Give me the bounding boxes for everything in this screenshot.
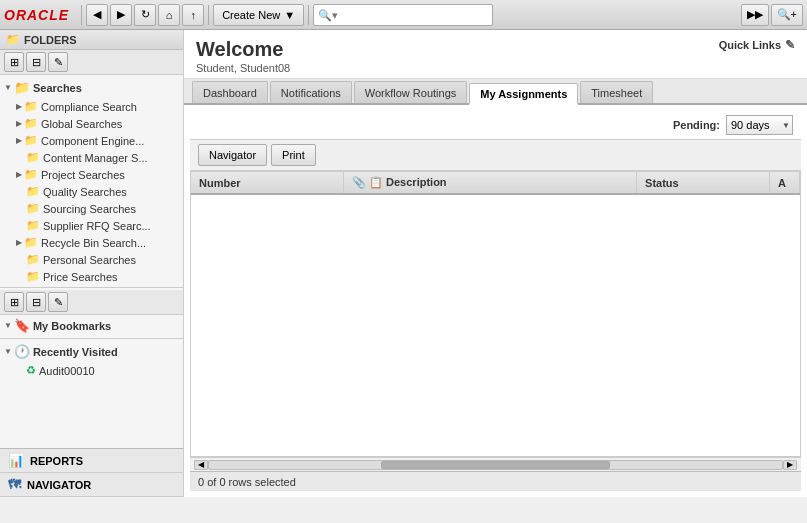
col-a[interactable]: A	[770, 172, 800, 194]
sourcing-folder-icon: 📁	[26, 202, 40, 215]
h-scroll-left[interactable]: ◀	[194, 460, 208, 470]
h-scroll-track[interactable]	[208, 460, 783, 470]
sidebar-toolbar: ⊞ ⊟ ✎	[0, 50, 183, 75]
searches-label: Searches	[33, 82, 82, 94]
global-arrow: ▶	[16, 119, 22, 128]
global-folder-icon: 📁	[24, 117, 38, 130]
searches-arrow: ▼	[4, 83, 12, 92]
compliance-folder-icon: 📁	[24, 100, 38, 113]
print-button[interactable]: Print	[271, 144, 316, 166]
component-folder-icon: 📁	[24, 134, 38, 147]
tree-item-price[interactable]: 📁 Price Searches	[0, 268, 183, 285]
recently-icon: 🕐	[14, 344, 30, 359]
assignments-table: Number 📎 📋 Description Status A	[191, 172, 800, 195]
tab-timesheet-label: Timesheet	[591, 87, 642, 99]
recently-visited-root[interactable]: ▼ 🕐 Recently Visited	[0, 341, 183, 362]
data-table-container[interactable]: Number 📎 📋 Description Status A	[190, 171, 801, 457]
content-area: Welcome Student, Student08 Quick Links ✎…	[184, 30, 807, 497]
tree-item-content[interactable]: 📁 Content Manager S...	[0, 149, 183, 166]
search-plus-button[interactable]: 🔍+	[771, 4, 803, 26]
reports-icon: 📊	[8, 453, 24, 468]
price-folder-icon: 📁	[26, 270, 40, 283]
searches-folder-icon: 📁	[14, 80, 30, 95]
action-buttons: Navigator Print	[190, 139, 801, 171]
tree-item-compliance[interactable]: ▶ 📁 Compliance Search	[0, 98, 183, 115]
tab-workflow[interactable]: Workflow Routings	[354, 81, 468, 103]
up-button[interactable]: ↑	[182, 4, 204, 26]
tab-notifications[interactable]: Notifications	[270, 81, 352, 103]
tab-assignments[interactable]: My Assignments	[469, 83, 578, 105]
col-description[interactable]: 📎 📋 Description	[343, 172, 636, 194]
bookmarks-arrow: ▼	[4, 321, 12, 330]
audit-label: Audit00010	[39, 365, 95, 377]
toolbar-separator-1	[81, 5, 82, 25]
tree-item-global[interactable]: ▶ 📁 Global Searches	[0, 115, 183, 132]
recycle-label: Recycle Bin Search...	[41, 237, 146, 249]
sidebar-tb2-btn3[interactable]: ✎	[48, 292, 68, 312]
bookmarks-icon: 🔖	[14, 318, 30, 333]
sidebar-tb-btn1[interactable]: ⊞	[4, 52, 24, 72]
toolbar-right-group: ▶▶ 🔍+	[741, 4, 803, 26]
sidebar-tree: ▼ 📁 Searches ▶ 📁 Compliance Search ▶ 📁 G…	[0, 75, 183, 448]
forward-button[interactable]: ▶	[110, 4, 132, 26]
reports-label: REPORTS	[30, 455, 83, 467]
bookmarks-divider	[0, 338, 183, 339]
project-folder-icon: 📁	[24, 168, 38, 181]
tree-item-component[interactable]: ▶ 📁 Component Engine...	[0, 132, 183, 149]
toolbar-separator-3	[308, 5, 309, 25]
sidebar-tb2-btn2[interactable]: ⊟	[26, 292, 46, 312]
tree-item-sourcing[interactable]: 📁 Sourcing Searches	[0, 200, 183, 217]
pending-row: Pending: 90 days 30 days 60 days 120 day…	[190, 111, 801, 139]
navigator-button[interactable]: Navigator	[198, 144, 267, 166]
h-scroll-bar[interactable]: ◀ ▶	[190, 457, 801, 471]
content-header: Welcome Student, Student08 Quick Links ✎	[184, 30, 807, 79]
reports-item[interactable]: 📊 REPORTS	[0, 449, 183, 473]
folders-label: FOLDERS	[24, 34, 77, 46]
navigator-label: NAVIGATOR	[27, 479, 91, 491]
create-new-label: Create New	[222, 9, 280, 21]
audit-icon: ♻	[26, 364, 36, 377]
project-arrow: ▶	[16, 170, 22, 179]
refresh-button[interactable]: ↻	[134, 4, 156, 26]
col-number[interactable]: Number	[191, 172, 343, 194]
bookmarks-root[interactable]: ▼ 🔖 My Bookmarks	[0, 315, 183, 336]
tab-notifications-label: Notifications	[281, 87, 341, 99]
tab-dashboard[interactable]: Dashboard	[192, 81, 268, 103]
tab-timesheet[interactable]: Timesheet	[580, 81, 653, 103]
sidebar-tb-btn3[interactable]: ✎	[48, 52, 68, 72]
sidebar-tb-btn2[interactable]: ⊟	[26, 52, 46, 72]
folders-header: 📁 FOLDERS	[0, 30, 183, 50]
quick-links-edit-icon[interactable]: ✎	[785, 38, 795, 52]
searches-root[interactable]: ▼ 📁 Searches	[0, 77, 183, 98]
rows-selected-label: 0 of 0 rows selected	[198, 476, 296, 488]
back-button[interactable]: ◀	[86, 4, 108, 26]
quick-links-label: Quick Links	[719, 39, 781, 51]
home-button[interactable]: ⌂	[158, 4, 180, 26]
sidebar-toolbar-2: ⊞ ⊟ ✎	[0, 290, 183, 315]
main-layout: 📁 FOLDERS ⊞ ⊟ ✎ ▼ 📁 Searches ▶ 📁 Complia…	[0, 30, 807, 497]
tree-item-recycle[interactable]: ▶ 📁 Recycle Bin Search...	[0, 234, 183, 251]
compliance-label: Compliance Search	[41, 101, 137, 113]
col-status[interactable]: Status	[637, 172, 770, 194]
tree-item-supplier[interactable]: 📁 Supplier RFQ Searc...	[0, 217, 183, 234]
tree-item-audit[interactable]: ♻ Audit00010	[0, 362, 183, 379]
tab-workflow-label: Workflow Routings	[365, 87, 457, 99]
navigator-item[interactable]: 🗺 NAVIGATOR	[0, 473, 183, 497]
create-new-button[interactable]: Create New ▼	[213, 4, 304, 26]
recycle-arrow: ▶	[16, 238, 22, 247]
tree-item-project[interactable]: ▶ 📁 Project Searches	[0, 166, 183, 183]
top-toolbar: ORACLE ◀ ▶ ↻ ⌂ ↑ Create New ▼ ▶▶ 🔍+	[0, 0, 807, 30]
sidebar-tb2-btn1[interactable]: ⊞	[4, 292, 24, 312]
recently-label: Recently Visited	[33, 346, 118, 358]
tree-item-personal[interactable]: 📁 Personal Searches	[0, 251, 183, 268]
status-bar: 0 of 0 rows selected	[190, 471, 801, 491]
h-scroll-thumb[interactable]	[381, 461, 610, 469]
oracle-logo: ORACLE	[4, 7, 69, 23]
pending-select[interactable]: 90 days 30 days 60 days 120 days All	[726, 115, 793, 135]
h-scroll-right[interactable]: ▶	[783, 460, 797, 470]
search-input[interactable]	[313, 4, 493, 26]
compliance-arrow: ▶	[16, 102, 22, 111]
sidebar: 📁 FOLDERS ⊞ ⊟ ✎ ▼ 📁 Searches ▶ 📁 Complia…	[0, 30, 184, 497]
tree-item-quality[interactable]: 📁 Quality Searches	[0, 183, 183, 200]
fast-forward-button[interactable]: ▶▶	[741, 4, 769, 26]
